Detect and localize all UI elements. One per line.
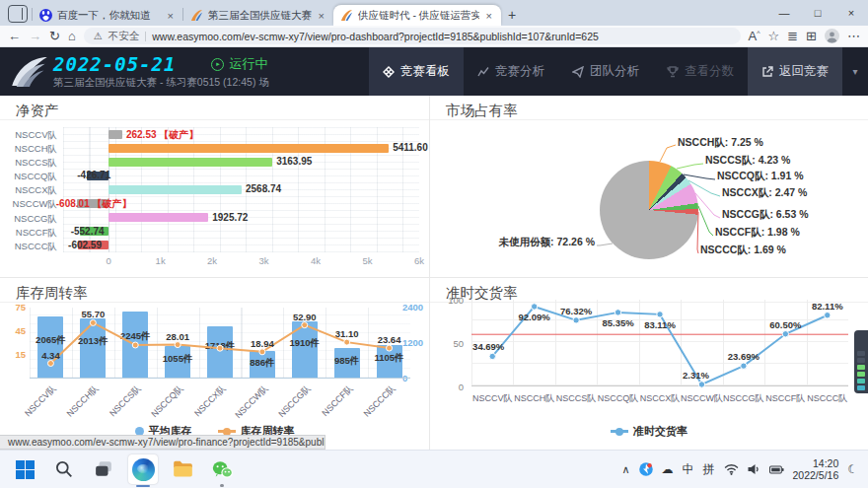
line-point[interactable] bbox=[90, 319, 96, 325]
delivery-legend[interactable]: 准时交货率 bbox=[430, 424, 868, 439]
dashboard-main: 净资产 NSCCV队262.53 【破产】NSCCH队5411.60NSCCS队… bbox=[0, 96, 868, 450]
window-maximize-button[interactable]: □ bbox=[801, 0, 834, 26]
line-point[interactable] bbox=[344, 339, 350, 345]
window-minimize-button[interactable]: — bbox=[767, 0, 801, 26]
floating-widget[interactable] bbox=[854, 330, 868, 393]
line-point[interactable] bbox=[698, 382, 704, 387]
x-axis-category-label: NSCCC队 bbox=[351, 383, 398, 429]
address-bar[interactable]: ⚠ 不安全 www.easymoo.com/ev-scmw-xy7/view/p… bbox=[84, 28, 741, 44]
tab-close-icon[interactable]: × bbox=[317, 10, 326, 22]
wechat-icon bbox=[212, 460, 233, 479]
net-assets-bar[interactable] bbox=[108, 185, 242, 194]
file-explorer-button[interactable] bbox=[168, 454, 197, 484]
line-point[interactable] bbox=[259, 349, 265, 355]
left-axis-tick: 15 bbox=[4, 349, 26, 360]
nav-caret-icon[interactable]: ▾ bbox=[842, 47, 868, 96]
profile-avatar[interactable] bbox=[825, 29, 839, 43]
new-tab-button[interactable]: + bbox=[501, 5, 523, 26]
line-point[interactable] bbox=[302, 322, 308, 328]
line-point[interactable] bbox=[657, 312, 663, 317]
back-button[interactable]: ← bbox=[8, 30, 21, 42]
category-label: NSCCH队 bbox=[2, 143, 57, 156]
url-text: www.easymoo.com/ev-scmw-xy7/view/pro-das… bbox=[152, 31, 599, 42]
task-view-button[interactable] bbox=[89, 454, 118, 484]
volume-icon[interactable] bbox=[748, 463, 760, 475]
nav-item-competition-analysis[interactable]: 竞赛分析 bbox=[464, 47, 558, 96]
line-point[interactable] bbox=[387, 345, 393, 351]
nav-label: 竞赛分析 bbox=[495, 63, 544, 80]
y-axis-tick: 100 bbox=[440, 295, 464, 306]
browser-tab-active[interactable]: 供应链时代 - 供应链运营实战 ( × bbox=[333, 5, 501, 26]
line-value-label: 4.34 bbox=[41, 350, 60, 361]
line-point[interactable] bbox=[47, 361, 53, 367]
onedrive-cloud-icon[interactable]: ☁ bbox=[662, 462, 674, 476]
browser-toolbar: ← → ↻ ⌂ ⚠ 不安全 www.easymoo.com/ev-scmw-xy… bbox=[0, 26, 868, 47]
line-point[interactable] bbox=[132, 342, 138, 348]
line-point[interactable] bbox=[573, 317, 579, 323]
focus-assist-moon-icon[interactable]: ☾ bbox=[847, 462, 858, 476]
tab-title: 供应链时代 - 供应链运营实战 ( bbox=[358, 9, 479, 23]
line-point[interactable] bbox=[531, 304, 537, 310]
line-point[interactable] bbox=[175, 342, 181, 348]
nav-item-team-analysis[interactable]: 团队分析 bbox=[558, 47, 653, 96]
x-axis-category-label: NSCCQ队 bbox=[140, 383, 186, 429]
tab-close-icon[interactable]: × bbox=[484, 10, 494, 22]
line-point[interactable] bbox=[825, 313, 831, 318]
game-date: 2022-05-21 bbox=[53, 53, 176, 75]
refresh-button[interactable]: ↻ bbox=[49, 30, 60, 42]
system-tray: ∧ ☁ 中 拼 14:20 2022/5/16 ☾ bbox=[621, 457, 858, 481]
window-close-button[interactable]: × bbox=[834, 0, 868, 26]
line-value-label: 23.69% bbox=[728, 351, 760, 362]
category-label: NSCCW队 bbox=[2, 198, 57, 211]
line-point[interactable] bbox=[741, 363, 747, 369]
battery-icon[interactable] bbox=[769, 465, 784, 474]
line-point[interactable] bbox=[615, 310, 620, 315]
browser-menu-icon[interactable]: ⋯ bbox=[847, 30, 860, 42]
favorite-star-icon[interactable]: ☆ bbox=[768, 30, 780, 42]
home-button[interactable]: ⌂ bbox=[68, 30, 76, 42]
nav-item-dashboard[interactable]: 竞赛看板 bbox=[369, 47, 464, 96]
line-point[interactable] bbox=[782, 331, 788, 337]
net-assets-bar[interactable] bbox=[108, 158, 272, 167]
collections-icon[interactable]: ⊞ bbox=[806, 30, 817, 42]
market-share-chart: NSCCH队: 7.25 % NSCCS队: 4.23 % NSCCQ队: 1.… bbox=[430, 121, 868, 277]
easymoo-favicon bbox=[190, 9, 203, 22]
pie-label: NSCCX队: 2.47 % bbox=[722, 186, 807, 200]
browser-tab-baidu[interactable]: 百度一下，你就知道 × bbox=[33, 5, 182, 26]
pie-label: 未使用份额: 72.26 % bbox=[486, 236, 595, 249]
line-point[interactable] bbox=[489, 353, 495, 359]
tab-actions-icon[interactable] bbox=[8, 5, 28, 23]
x-axis-category-label: NSCCX队 bbox=[182, 383, 229, 429]
tray-expand-icon[interactable]: ∧ bbox=[621, 463, 629, 476]
taskbar-search-button[interactable] bbox=[49, 454, 79, 484]
folder-icon bbox=[173, 460, 193, 478]
taskbar-time: 14:20 bbox=[793, 457, 839, 469]
wechat-button[interactable] bbox=[207, 454, 237, 484]
net-assets-row: NSCCV队262.53 【破产】 bbox=[63, 127, 419, 141]
bar-value-label: -426.71 bbox=[77, 170, 110, 180]
security-shield-icon[interactable] bbox=[639, 462, 653, 476]
net-assets-bar[interactable] bbox=[108, 213, 208, 222]
net-assets-bar[interactable] bbox=[108, 144, 389, 153]
start-button[interactable] bbox=[10, 454, 39, 484]
pie-chart[interactable] bbox=[600, 161, 698, 259]
ime-pinyin-icon[interactable]: 拼 bbox=[703, 461, 715, 478]
taskbar-clock[interactable]: 14:20 2022/5/16 bbox=[793, 457, 839, 481]
taskbar-edge-button[interactable] bbox=[128, 454, 158, 484]
favorites-bar-icon[interactable]: ≣ bbox=[787, 30, 798, 42]
bar-value-label: -602.59 bbox=[68, 240, 102, 250]
wifi-icon[interactable] bbox=[724, 463, 739, 475]
x-axis-category-label: NSCCV队 bbox=[13, 383, 59, 429]
line-point[interactable] bbox=[217, 345, 223, 351]
ime-language-icon[interactable]: 中 bbox=[683, 461, 694, 478]
search-icon bbox=[55, 460, 73, 478]
line-chart-icon bbox=[477, 66, 489, 78]
competition-subtitle: 第三届全国供应链大赛 - 练习赛0515 (12:45) 场 bbox=[53, 76, 269, 90]
tab-close-icon[interactable]: × bbox=[166, 10, 176, 22]
net-assets-x-axis: 01k2k3k4k5k6k bbox=[63, 255, 419, 267]
net-assets-row: NSCCH队5411.60 bbox=[63, 141, 419, 155]
browser-tab-contest[interactable]: 第三届全国供应链大赛北京物资 × bbox=[183, 5, 333, 26]
read-aloud-icon[interactable]: A^ bbox=[749, 30, 760, 42]
nav-item-return-to-competition[interactable]: 返回竞赛 bbox=[748, 47, 842, 96]
net-assets-bar[interactable] bbox=[108, 130, 122, 139]
